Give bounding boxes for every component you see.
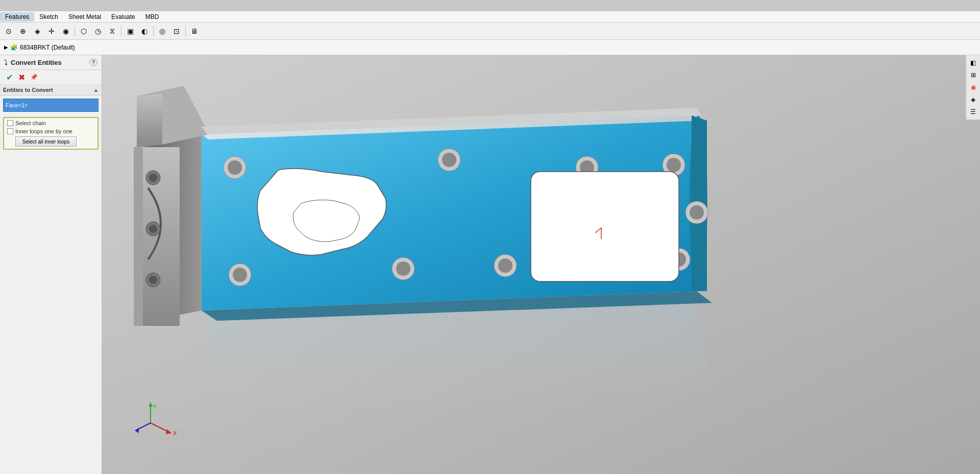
3d-part-view: Y X bbox=[102, 55, 980, 474]
svg-rect-32 bbox=[531, 172, 679, 281]
select-chain-label: Select chain bbox=[15, 120, 46, 126]
toolbar-icon-13[interactable]: 🖥 bbox=[188, 25, 201, 38]
svg-point-15 bbox=[228, 160, 242, 175]
svg-rect-10 bbox=[134, 147, 143, 326]
panel-resize-handle[interactable] bbox=[100, 55, 102, 474]
help-button[interactable]: ? bbox=[89, 58, 97, 66]
toolbar-icon-3[interactable]: ◈ bbox=[31, 25, 44, 38]
right-icon-1[interactable]: ◧ bbox=[968, 57, 979, 68]
right-icon-5[interactable]: ☰ bbox=[968, 106, 979, 117]
toolbar-icon-2[interactable]: ⊕ bbox=[16, 25, 30, 38]
toolbar-icon-5[interactable]: ◉ bbox=[59, 25, 72, 38]
svg-point-48 bbox=[149, 276, 157, 284]
right-icon-4[interactable]: ◈ bbox=[968, 94, 979, 105]
svg-point-46 bbox=[149, 225, 157, 233]
inner-loops-row: Inner loops one by one bbox=[7, 128, 94, 134]
menu-mbd[interactable]: MBD bbox=[140, 12, 164, 21]
toolbar-icon-12[interactable]: ⊡ bbox=[170, 25, 183, 38]
svg-text:X: X bbox=[173, 430, 177, 436]
toolbar-separator-3 bbox=[153, 26, 154, 36]
select-all-inner-loops-button[interactable]: Select all inner loops bbox=[15, 136, 77, 147]
panel-header: ⤵ Convert Entities ? bbox=[0, 55, 102, 70]
inner-loops-label: Inner loops one by one bbox=[15, 128, 72, 134]
toolbar-icon-11[interactable]: ◎ bbox=[156, 25, 169, 38]
toolbar-icon-10[interactable]: ◐ bbox=[138, 25, 151, 38]
toolbar-icon-6[interactable]: ⬡ bbox=[77, 25, 90, 38]
toolbar-icon-7[interactable]: ◷ bbox=[91, 25, 105, 38]
menu-sketch[interactable]: Sketch bbox=[34, 12, 63, 21]
toolbar-icon-4[interactable]: ✛ bbox=[45, 25, 58, 38]
pin-button[interactable]: 📌 bbox=[29, 72, 39, 82]
svg-point-21 bbox=[667, 158, 681, 172]
cancel-button[interactable]: ✖ bbox=[16, 72, 27, 82]
panel-title: Convert Entities bbox=[11, 59, 62, 66]
main-viewport[interactable]: Y X bbox=[102, 55, 980, 474]
svg-point-25 bbox=[396, 262, 410, 276]
toolbar-icon-1[interactable]: ⊙ bbox=[2, 25, 15, 38]
toolbar-icon-8[interactable]: ⧖ bbox=[106, 25, 119, 38]
svg-point-27 bbox=[498, 258, 512, 273]
header-tree: ▶ 🧩 6834BRKT (Default) bbox=[0, 40, 980, 55]
menu-bar: Features Sketch Sheet Metal Evaluate MBD bbox=[0, 11, 980, 22]
tree-expand-icon[interactable]: ▶ bbox=[4, 44, 8, 50]
toolbar-separator bbox=[75, 26, 75, 36]
menu-features[interactable]: Features bbox=[0, 12, 34, 21]
svg-point-44 bbox=[149, 174, 157, 182]
svg-point-23 bbox=[233, 268, 247, 282]
entities-section-body: Face<1> bbox=[0, 96, 102, 115]
coord-triad bbox=[133, 413, 163, 443]
inner-loops-checkbox[interactable] bbox=[7, 128, 13, 134]
convert-entities-icon: ⤵ bbox=[4, 58, 8, 66]
entities-section-title: Entities to Convert bbox=[3, 87, 53, 93]
svg-text:Y: Y bbox=[153, 404, 157, 410]
select-chain-row: Select chain bbox=[7, 120, 94, 126]
svg-marker-8 bbox=[137, 93, 162, 147]
part-icon: 🧩 bbox=[10, 44, 18, 51]
toolbar-icon-9[interactable]: ▣ bbox=[124, 25, 137, 38]
options-section: Select chain Inner loops one by one Sele… bbox=[3, 117, 99, 150]
ok-button[interactable]: ✔ bbox=[4, 72, 14, 82]
svg-point-31 bbox=[690, 205, 704, 220]
menu-sheetmetal[interactable]: Sheet Metal bbox=[63, 12, 106, 21]
right-icon-3[interactable]: ◉ bbox=[968, 82, 979, 93]
entities-collapse-icon: ▲ bbox=[93, 87, 99, 93]
tree-item-label: 6834BRKT (Default) bbox=[20, 44, 75, 51]
panel-actions: ✔ ✖ 📌 bbox=[0, 70, 102, 85]
right-icons-panel: ◧ ⊞ ◉ ◈ ☰ bbox=[966, 55, 980, 120]
entities-input-box[interactable]: Face<1> bbox=[3, 99, 99, 112]
right-icon-2[interactable]: ⊞ bbox=[968, 69, 979, 81]
menu-evaluate[interactable]: Evaluate bbox=[106, 12, 140, 21]
svg-point-17 bbox=[442, 153, 456, 167]
toolbar-separator-4 bbox=[185, 26, 186, 36]
entity-value: Face<1> bbox=[6, 102, 28, 108]
entities-section-header[interactable]: Entities to Convert ▲ bbox=[0, 85, 102, 96]
left-panel: ⤵ Convert Entities ? ✔ ✖ 📌 Entities to C… bbox=[0, 55, 102, 474]
select-chain-checkbox[interactable] bbox=[7, 120, 13, 126]
toolbar-separator-2 bbox=[121, 26, 121, 36]
toolbar: ⊙ ⊕ ◈ ✛ ◉ ⬡ ◷ ⧖ ▣ ◐ ◎ ⊡ 🖥 bbox=[0, 22, 980, 40]
